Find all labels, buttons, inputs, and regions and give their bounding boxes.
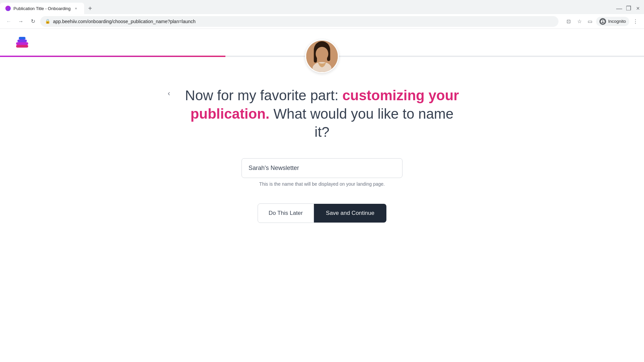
publication-name-input[interactable] (241, 158, 402, 178)
app-header (0, 29, 644, 73)
lock-icon: 🔒 (45, 19, 50, 24)
save-continue-button[interactable]: Save and Continue (314, 204, 387, 223)
main-content: ‹ Now for my favorite part: customizing … (161, 86, 483, 223)
heading-suffix: What would you like to name it? (270, 106, 454, 140)
minimize-button[interactable]: — (617, 6, 621, 10)
maximize-button[interactable]: ❐ (627, 6, 631, 10)
input-section: This is the name that will be displayed … (241, 158, 402, 187)
avatar (305, 40, 339, 73)
active-tab[interactable]: Publication Title - Onboarding × (0, 3, 84, 14)
refresh-button[interactable]: ↻ (28, 17, 38, 26)
back-button[interactable]: ‹ (168, 89, 170, 98)
tab-title: Publication Title - Onboarding (13, 6, 71, 11)
close-button[interactable]: × (636, 6, 640, 10)
incognito-badge[interactable]: Incognito (596, 17, 629, 26)
forward-nav-button[interactable]: → (16, 17, 25, 26)
heading-row: ‹ Now for my favorite part: customizing … (174, 86, 470, 141)
new-tab-button[interactable]: + (86, 4, 95, 13)
address-bar-row: ← → ↻ 🔒 app.beehiiv.com/onboarding/choos… (0, 14, 644, 29)
incognito-icon (599, 18, 606, 25)
toolbar-icons: ⊡ ☆ ▭ Incognito ⋮ (564, 17, 640, 26)
logo (13, 33, 31, 52)
progress-bar-fill (0, 56, 225, 57)
input-hint: This is the name that will be displayed … (259, 181, 385, 187)
tab-close-button[interactable]: × (73, 6, 79, 11)
cast-icon[interactable]: ⊡ (564, 17, 573, 26)
menu-icon[interactable]: ⋮ (631, 17, 640, 26)
do-later-button[interactable]: Do This Later (258, 203, 314, 223)
svg-rect-3 (16, 45, 28, 48)
tab-bar: Publication Title - Onboarding × + — ❐ × (0, 0, 644, 14)
window-controls: — ❐ × (617, 6, 644, 10)
url-text: app.beehiiv.com/onboarding/choose_public… (53, 19, 554, 24)
svg-point-8 (316, 47, 328, 61)
svg-rect-0 (16, 42, 28, 45)
page-content: ‹ Now for my favorite part: customizing … (0, 29, 644, 362)
browser-chrome: Publication Title - Onboarding × + — ❐ ×… (0, 0, 644, 29)
tab-favicon (5, 6, 11, 11)
svg-rect-1 (17, 40, 27, 42)
sidebar-icon[interactable]: ▭ (585, 17, 595, 26)
address-bar[interactable]: 🔒 app.beehiiv.com/onboarding/choose_publ… (40, 16, 558, 27)
page-heading: Now for my favorite part: customizing yo… (184, 86, 460, 141)
svg-rect-2 (19, 37, 25, 40)
incognito-label: Incognito (608, 19, 626, 24)
bookmark-icon[interactable]: ☆ (575, 17, 584, 26)
button-row: Do This Later Save and Continue (258, 203, 386, 223)
heading-prefix: Now for my favorite part: (185, 87, 342, 103)
avatar-container (305, 40, 339, 73)
back-nav-button[interactable]: ← (4, 17, 13, 26)
